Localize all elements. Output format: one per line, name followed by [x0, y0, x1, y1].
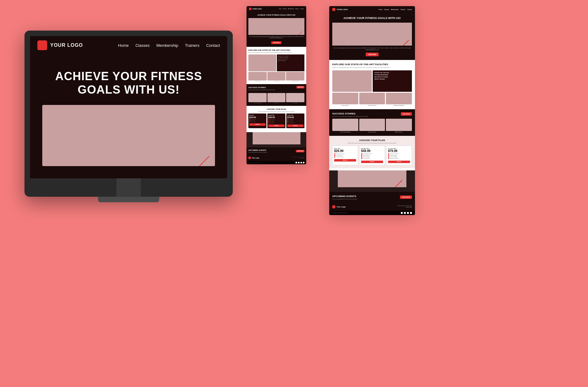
- pv-middle-plan-sub: Select the membership plan that best fit…: [248, 111, 304, 112]
- pv-middle-stories-sub: Hear from our members who transformed th…: [248, 89, 275, 91]
- pvr-sign-basic[interactable]: SIGN UP: [334, 159, 356, 162]
- pvr-hero-img: [332, 23, 412, 46]
- pvr-footer-logo-icon: [332, 205, 335, 208]
- pvr-nav: Home Classes Membership Trainers Contact: [379, 9, 412, 10]
- pv-middle-plan-basic-name: Basic Plan: [249, 115, 266, 116]
- pvr-plan-std-f4: Free assessment: [361, 158, 383, 159]
- pv-middle-plan-standard: Standard Plan $49.99 Unlimited gym acces…: [267, 113, 285, 128]
- pvr-hero: ACHIEVE YOUR FITNESS GOALS WITH US! Join…: [329, 13, 415, 60]
- pv-middle-navbar: YOUR LOGO Home Classes Membership Traine…: [247, 6, 306, 12]
- pv-middle-sign-std[interactable]: SIGN UP: [268, 125, 285, 127]
- pv-middle-hero-img: [248, 18, 304, 35]
- pv-middle-join-btn[interactable]: JOIN NOW: [271, 41, 281, 44]
- monitor-stand-neck: [116, 178, 141, 197]
- pv-middle-feature-3: DISCOUNTS ON CLASSES: [278, 59, 303, 60]
- pv-middle-read-btn[interactable]: READ MORE: [296, 86, 304, 88]
- pv-middle-stories-title: SUCCESS STORIES: [248, 87, 275, 88]
- pvr-footer-copy: Copyright © 2025, All Rights Reserved: [332, 212, 348, 214]
- pvr-social-icons: [401, 212, 412, 214]
- pv-middle-stories-grid: John's Transformation Sarah's Journey Mi…: [248, 93, 304, 103]
- pv-middle-events: UPCOMING EVENTS Join our special fitness…: [247, 147, 306, 155]
- pvr-learn-btn[interactable]: LEARN MORE: [400, 195, 412, 199]
- pv-middle-facility-img-3: [286, 72, 304, 80]
- pvr-social-ig: [407, 212, 409, 214]
- nav-trainers[interactable]: Trainers: [185, 43, 199, 48]
- pv-middle-story-2: Sarah's Journey: [267, 93, 286, 103]
- pv-middle-stories-text: SUCCESS STORIES Hear from our members wh…: [248, 87, 275, 92]
- nav-contact[interactable]: Contact: [206, 43, 220, 48]
- pvr-story-label-2: Sarah's Journey: [359, 132, 385, 133]
- pvr-stories-header: SUCCESS STORIES Hear from our members wh…: [332, 112, 412, 117]
- pvr-events-sub: Join our special fitness events and work…: [332, 198, 358, 200]
- pv-middle-story-img-1: [248, 93, 267, 102]
- logo-text: YOUR LOGO: [50, 43, 83, 48]
- pv-middle-pricing: CHOOSE YOUR PLAN Select the membership p…: [247, 106, 306, 131]
- pvr-video-img: [338, 170, 406, 187]
- pvr-nav-trainers: Trainers: [400, 9, 405, 10]
- pvr-stories: SUCCESS STORIES Hear from our members wh…: [329, 109, 415, 136]
- pv-middle-footer-logo-text: Your Logo: [252, 157, 259, 159]
- pv-middle-events-text: UPCOMING EVENTS Join our special fitness…: [248, 149, 267, 153]
- pv-middle-sign-prem[interactable]: SIGN UP: [287, 125, 303, 127]
- pv-middle-stories: SUCCESS STORIES Hear from our members wh…: [247, 84, 306, 106]
- preview-middle: YOUR LOGO Home Classes Membership Traine…: [247, 6, 306, 164]
- pvr-plan-basic-f1: Off-peak gym access: [334, 153, 356, 154]
- pv-middle-plan-std-f4: Free assessment: [268, 122, 285, 123]
- pvr-plan-basic-price: $29.99: [334, 149, 356, 153]
- logo-icon: [37, 40, 47, 50]
- pvr-facility-label-3: Membership Benefits: [386, 105, 412, 106]
- pv-middle-plan-prem-name: Premium Plan: [287, 115, 303, 116]
- pv-middle-nav-contact: Contact: [300, 8, 304, 9]
- nav-membership[interactable]: Membership: [156, 43, 178, 48]
- pvr-plan-std-f1: Unlimited gym access: [361, 153, 383, 154]
- pvr-facilities-grid: ACCESS TO ALL FACILITIES 3D FITNESS ASSE…: [332, 70, 412, 92]
- pv-middle-social-tw: [298, 162, 300, 163]
- pv-middle-sign-basic[interactable]: SIGN UP: [249, 123, 266, 126]
- pv-middle-stories-header: SUCCESS STORIES Hear from our members wh…: [248, 87, 304, 92]
- pvr-social-yt: [410, 212, 412, 214]
- pvr-plan-basic-f2: 5 group classes: [334, 155, 356, 156]
- pv-middle-nav-membership: Membership: [288, 8, 294, 9]
- pv-middle-story-label-2: Sarah's Journey: [267, 102, 286, 103]
- monitor-screen: YOUR LOGO Home Classes Membership Traine…: [30, 36, 227, 178]
- pv-middle-pricing-grid: Basic Plan $29.99 Off-peak gym access 5 …: [248, 113, 304, 128]
- pvr-stories-grid: John's Transformation Sarah's Journey Mi…: [332, 119, 412, 133]
- pv-middle-learn-btn[interactable]: LEARN MORE: [296, 150, 304, 152]
- pvr-footer-address: 123 Fitness Avenue, Cityville, State,(12…: [397, 205, 412, 209]
- pv-middle-social-fb: [296, 162, 297, 163]
- pv-middle-story-img-2: [267, 93, 286, 102]
- pv-middle-plan-basic-price: $29.99: [249, 116, 266, 118]
- pv-middle-plan-basic-f1: Off-peak gym access: [249, 119, 266, 120]
- pvr-facility-sub-3: Membership Benefits: [386, 93, 412, 106]
- pvr-read-btn[interactable]: READ MORE: [401, 112, 412, 116]
- nav-classes[interactable]: Classes: [135, 43, 149, 48]
- pv-middle-story-1: John's Transformation: [248, 93, 267, 103]
- pvr-facilities-sub: Explore our fully equipped gym with cutt…: [332, 67, 412, 69]
- pvr-sign-prem[interactable]: SIGN UP: [388, 161, 410, 163]
- pvr-plan-prem-f2: Personal training: [388, 155, 410, 156]
- pv-middle-facility-features: ACCESS TO ALL FACILITIES GYT FITNESS ASS…: [277, 54, 305, 71]
- pv-middle-plan-basic: Basic Plan $29.99 Off-peak gym access 5 …: [248, 113, 266, 128]
- pvr-hero-title: ACHIEVE YOUR FITNESS GOALS WITH US!: [332, 17, 412, 20]
- pv-middle-hero: ACHIEVE YOUR FITNESS GOALS WITH US! Join…: [247, 12, 306, 47]
- monitor-nav: Home Classes Membership Trainers Contact: [118, 43, 220, 48]
- pvr-plan-std-f2: 10 group classes: [361, 155, 383, 156]
- nav-home[interactable]: Home: [118, 43, 129, 48]
- pv-middle-hero-sub: Join our community and start your journe…: [248, 36, 304, 39]
- pv-middle-facility-label-3: Membership Benefits: [286, 81, 304, 82]
- pv-middle-plan-premium: Premium Plan $79.99 Some of the features…: [286, 113, 304, 128]
- monitor-logo: YOUR LOGO: [37, 40, 83, 50]
- pv-middle-nav: Home Classes Membership Trainers Contact: [279, 8, 304, 9]
- pvr-nav-home: Home: [379, 9, 382, 10]
- pvr-sign-std[interactable]: SIGN UP: [361, 161, 383, 163]
- pv-middle-story-label-1: John's Transformation: [248, 102, 267, 103]
- pvr-plan-prem-price: $79.99: [388, 149, 410, 153]
- pv-middle-nav-home: Home: [279, 8, 281, 9]
- pvr-pricing: CHOOSE YOUR PLAN Select the membership p…: [329, 136, 415, 168]
- monitor-hero-title: ACHIEVE YOUR FITNESS GOALS WITH US!: [42, 70, 215, 96]
- pv-middle-footer-logo-icon: [248, 157, 251, 159]
- pv-middle-footer-copy: Copyright © 2025, All Rights Reserved: [248, 162, 262, 163]
- pvr-facility-sub-img-1: [332, 93, 358, 104]
- pvr-join-btn[interactable]: JOIN NOW: [366, 53, 378, 56]
- pv-middle-footer: Your Logo 123 Fitness Avenue, Cityville,…: [247, 155, 306, 161]
